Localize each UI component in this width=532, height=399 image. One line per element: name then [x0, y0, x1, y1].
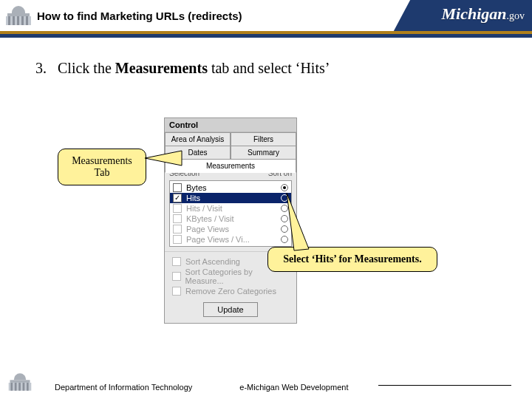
option-label: Page Views / Vi...	[186, 235, 276, 244]
callout-text: Tab	[95, 167, 110, 178]
checkbox-icon[interactable]	[173, 204, 182, 213]
option-hits-per-visit[interactable]: Hits / Visit	[170, 203, 291, 214]
option-remove-zero[interactable]: Remove Zero Categories	[169, 286, 292, 296]
panel-titlebar: Control	[165, 118, 296, 132]
step-text-suffix: tab and select ‘Hits’	[208, 60, 330, 76]
tab-summary[interactable]: Summary	[231, 146, 296, 159]
checkbox-icon[interactable]	[172, 287, 181, 296]
option-label: KBytes / Visit	[186, 214, 276, 223]
option-page-views-per-visit[interactable]: Page Views / Vi...	[170, 234, 291, 245]
step-text-bold: Measurements	[115, 60, 208, 76]
radio-icon[interactable]	[281, 225, 288, 233]
tab-area-of-analysis[interactable]: Area of Analysis	[165, 132, 231, 146]
footer-rule	[378, 385, 511, 386]
radio-icon[interactable]	[281, 205, 288, 212]
checkbox-icon[interactable]	[172, 272, 181, 281]
option-label: Hits / Visit	[186, 204, 276, 213]
update-button[interactable]: Update	[203, 302, 257, 317]
step-text-prefix: Click the	[58, 60, 115, 76]
page-title: How to find Marketing URLs (redirects)	[37, 10, 242, 22]
step-number: 3.	[35, 60, 47, 76]
panel-body: Selection Sort on Bytes Hits Hits / Visi…	[165, 165, 296, 323]
option-bytes[interactable]: Bytes	[170, 183, 291, 193]
radio-icon[interactable]	[281, 215, 288, 222]
panel-tabs: Area of Analysis Filters Dates Summary M…	[165, 132, 296, 165]
option-label: Sort Ascending	[185, 257, 240, 266]
callout-measurements-tab: Measurements Tab	[58, 149, 146, 185]
callout-text: Select ‘Hits’ for Measurements.	[283, 253, 421, 265]
control-panel: Control Area of Analysis Filters Dates S…	[164, 117, 297, 324]
option-label: Remove Zero Categories	[185, 287, 276, 296]
tab-measurements[interactable]: Measurements	[165, 159, 296, 173]
checkbox-icon[interactable]	[172, 257, 181, 266]
checkbox-icon[interactable]	[173, 194, 182, 202]
slide-header: How to find Marketing URLs (redirects) M…	[0, 0, 532, 31]
checkbox-icon[interactable]	[173, 235, 182, 244]
slide-content: 3. Click the Measurements tab and select…	[0, 38, 532, 362]
brand-suffix: .gov	[507, 10, 525, 21]
capitol-seal-icon	[7, 369, 33, 395]
step-instruction: 3. Click the Measurements tab and select…	[35, 60, 330, 77]
brand-name: Michigan	[441, 4, 506, 23]
option-label: Bytes	[186, 183, 276, 192]
measurement-options: Bytes Hits Hits / Visit KBytes / Visit	[169, 180, 292, 247]
option-hits[interactable]: Hits	[170, 193, 291, 203]
radio-icon[interactable]	[281, 194, 288, 202]
radio-icon[interactable]	[281, 236, 288, 243]
footer-left-text: Department of Information Technology	[55, 383, 192, 392]
tab-filters[interactable]: Filters	[231, 132, 296, 146]
michigan-gov-logo: Michigan.gov	[384, 0, 532, 31]
tab-dates[interactable]: Dates	[165, 146, 231, 159]
footer-right-text: e-Michigan Web Development	[239, 383, 348, 392]
option-kbytes-per-visit[interactable]: KBytes / Visit	[170, 214, 291, 224]
radio-icon[interactable]	[281, 184, 288, 191]
checkbox-icon[interactable]	[173, 214, 182, 223]
option-page-views[interactable]: Page Views	[170, 224, 291, 234]
slide-footer: Department of Information Technology e-M…	[0, 362, 532, 399]
option-label: Page Views	[186, 225, 276, 233]
callout-text: Measurements	[72, 155, 132, 166]
checkbox-icon[interactable]	[173, 183, 182, 192]
capitol-seal-icon	[4, 1, 33, 30]
option-label: Hits	[186, 194, 276, 202]
checkbox-icon[interactable]	[173, 225, 182, 233]
callout-select-hits: Select ‘Hits’ for Measurements.	[267, 247, 437, 272]
